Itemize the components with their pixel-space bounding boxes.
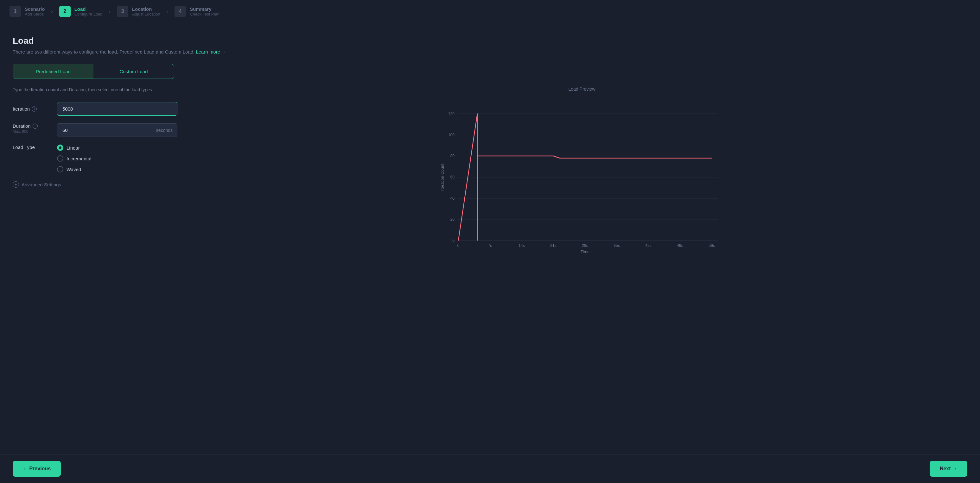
svg-text:Time: Time (581, 249, 589, 253)
step-num-load: 2 (59, 6, 71, 17)
learn-more-link[interactable]: Learn more → (196, 49, 226, 54)
chart-title: Load Preview (196, 86, 967, 92)
radio-incremental[interactable]: Incremental (57, 155, 91, 162)
svg-text:0: 0 (457, 243, 460, 248)
iteration-input[interactable] (57, 102, 177, 116)
step-title-summary: Summary (190, 6, 220, 12)
step-load[interactable]: 2 Load Configure Load (59, 6, 103, 17)
svg-text:20: 20 (450, 217, 455, 222)
duration-input-group: seconds (57, 123, 177, 137)
load-type-row: Load Type Linear Incremental Waved (13, 145, 177, 172)
iteration-label: Iteration i (13, 106, 51, 112)
step-title-scenario: Scenario (25, 6, 45, 12)
load-preview-chart: 0 20 40 60 80 100 120 0 (196, 95, 967, 253)
svg-text:35s: 35s (614, 243, 620, 248)
form-panel: Type the Iteration count and Duration, t… (13, 86, 177, 188)
plus-icon: + (13, 181, 19, 188)
duration-max: Max. 900 (13, 129, 51, 134)
step-location[interactable]: 3 Location Adjust Location (117, 6, 160, 17)
step-arrow-1: › (51, 8, 52, 14)
tab-predefined-load[interactable]: Predefined Load (13, 64, 94, 79)
footer: ← Previous Next → (0, 454, 980, 483)
svg-text:0: 0 (452, 238, 455, 243)
svg-text:80: 80 (450, 154, 455, 158)
step-title-location: Location (132, 6, 160, 12)
chart-container: 0 20 40 60 80 100 120 0 (196, 95, 967, 253)
advanced-settings-label: Advanced Settings (22, 182, 61, 187)
advanced-settings-toggle[interactable]: + Advanced Settings (13, 181, 177, 188)
main-content: Load There are two different ways to con… (0, 23, 980, 454)
duration-unit: seconds (152, 124, 177, 137)
step-summary[interactable]: 4 Summary Check Test Plan (175, 6, 220, 17)
radio-linear[interactable]: Linear (57, 145, 91, 151)
step-title-load: Load (75, 6, 103, 12)
radio-circle-linear (57, 145, 64, 151)
step-num-location: 3 (117, 6, 128, 17)
step-arrow-2: › (109, 8, 111, 14)
step-subtitle-load: Configure Load (75, 12, 103, 16)
duration-row: Duration i Max. 900 seconds (13, 123, 177, 137)
radio-label-linear: Linear (67, 145, 80, 151)
radio-label-waved: Waved (67, 167, 81, 172)
duration-info-icon[interactable]: i (33, 124, 38, 129)
step-arrow-3: › (167, 8, 168, 14)
next-button[interactable]: Next → (930, 461, 967, 477)
chart-area: Load Preview 0 20 40 (196, 86, 967, 253)
svg-text:Iteration Count: Iteration Count (440, 164, 445, 191)
svg-text:14s: 14s (519, 243, 525, 248)
stepper: 1 Scenario Add Steps › 2 Load Configure … (0, 0, 980, 23)
page-title: Load (13, 36, 967, 46)
iteration-row: Iteration i (13, 102, 177, 116)
duration-label-stack: Duration i Max. 900 (13, 123, 51, 134)
load-type-radio-group: Linear Incremental Waved (57, 145, 91, 172)
svg-text:42s: 42s (645, 243, 651, 248)
svg-text:21s: 21s (550, 243, 556, 248)
svg-rect-0 (439, 95, 724, 253)
step-scenario[interactable]: 1 Scenario Add Steps (10, 6, 45, 17)
step-num-scenario: 1 (10, 6, 21, 17)
iteration-info-icon[interactable]: i (32, 107, 37, 112)
duration-input[interactable] (57, 124, 152, 137)
form-hint: Type the Iteration count and Duration, t… (13, 86, 177, 93)
radio-waved[interactable]: Waved (57, 166, 91, 172)
step-num-summary: 4 (175, 6, 186, 17)
page-description: There are two different ways to configur… (13, 49, 967, 54)
radio-label-incremental: Incremental (67, 156, 91, 161)
svg-text:120: 120 (448, 112, 455, 116)
tab-custom-load[interactable]: Custom Load (94, 64, 174, 79)
previous-button[interactable]: ← Previous (13, 461, 61, 477)
step-subtitle-location: Adjust Location (132, 12, 160, 16)
svg-text:100: 100 (448, 133, 455, 137)
svg-text:7s: 7s (488, 243, 492, 248)
load-type-label: Load Type (13, 145, 51, 150)
svg-text:40: 40 (450, 196, 455, 201)
svg-text:28s: 28s (582, 243, 588, 248)
radio-circle-incremental (57, 155, 64, 162)
duration-label: Duration i (13, 123, 51, 129)
step-subtitle-summary: Check Test Plan (190, 12, 220, 16)
form-section: Type the Iteration count and Duration, t… (13, 86, 967, 253)
svg-text:49s: 49s (677, 243, 683, 248)
load-tab-group: Predefined Load Custom Load (13, 64, 174, 79)
svg-text:56s: 56s (708, 243, 714, 248)
radio-circle-waved (57, 166, 64, 172)
svg-text:60: 60 (450, 175, 455, 179)
step-subtitle-scenario: Add Steps (25, 12, 45, 16)
